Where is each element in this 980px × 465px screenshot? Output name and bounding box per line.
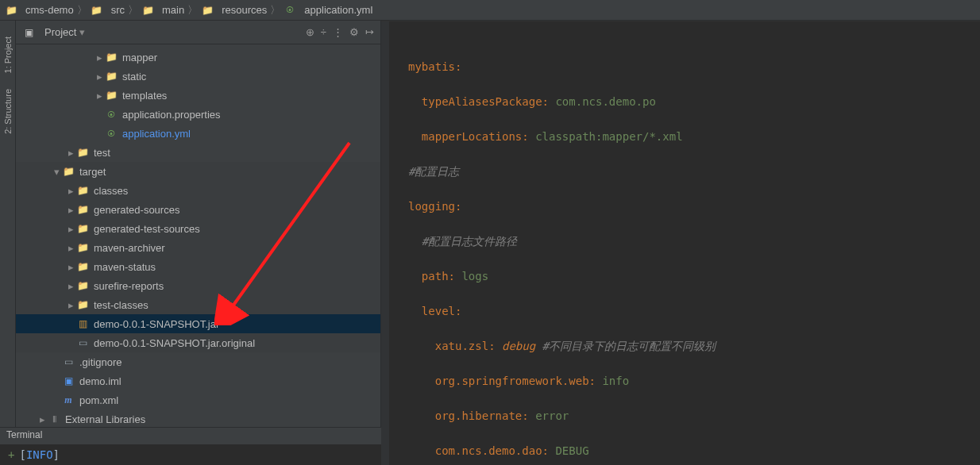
tree-row[interactable]: demo-0.0.1-SNAPSHOT.jar.original <box>16 333 380 352</box>
tree-label: templates <box>122 90 167 102</box>
folder-icon <box>5 4 17 17</box>
hide-icon[interactable]: ↦ <box>365 26 374 38</box>
tree-toggle-icon[interactable] <box>65 280 76 292</box>
tree-row[interactable]: surefire-reports <box>16 276 380 295</box>
tree-label: static <box>122 71 146 83</box>
tree-row[interactable]: templates <box>16 86 380 105</box>
tree-row[interactable]: maven-archiver <box>16 238 380 257</box>
tree-toggle-icon[interactable] <box>65 261 76 273</box>
tree-row[interactable]: demo-0.0.1-SNAPSHOT.jar <box>16 314 380 333</box>
locate-icon[interactable]: ⊕ <box>306 26 314 38</box>
crumb-main[interactable]: main <box>141 4 184 17</box>
tree-label: test <box>94 147 110 159</box>
folder-icon <box>105 89 118 102</box>
tree-toggle-icon[interactable] <box>65 242 76 254</box>
m-icon <box>62 394 75 406</box>
tree-row[interactable]: test <box>16 143 380 162</box>
tree-toggle-icon[interactable] <box>94 52 105 63</box>
code-editor[interactable]: mybatis: typeAliasesPackage: com.ncs.dem… <box>381 21 980 465</box>
yml-icon <box>105 127 118 140</box>
folder-icon <box>62 165 75 178</box>
jar-icon <box>76 317 89 330</box>
tree-toggle-icon[interactable] <box>51 166 62 178</box>
project-icon: ▣ <box>22 26 35 39</box>
terminal-text: ] <box>53 448 60 461</box>
tree-row[interactable]: generated-test-sources <box>16 219 380 238</box>
yml-icon <box>105 108 118 121</box>
tree-label: pom.xml <box>79 394 118 406</box>
editor-area: application.yml×AffairRemind.java×BirthP… <box>381 21 980 427</box>
tree-label: maven-archiver <box>94 242 165 254</box>
rail-structure[interactable]: 2: Structure <box>3 89 13 134</box>
tree-toggle-icon[interactable] <box>65 204 76 216</box>
tree-toggle-icon[interactable] <box>65 185 76 197</box>
folder-icon <box>201 4 214 17</box>
project-view-dropdown[interactable]: Project <box>44 26 85 38</box>
project-tree[interactable]: mapperstatictemplatesapplication.propert… <box>16 44 380 427</box>
tree-row[interactable]: generated-sources <box>16 200 380 219</box>
crumb-file[interactable]: application.yml <box>284 4 372 17</box>
chevron-right-icon: 〉 <box>187 3 198 17</box>
gear-icon[interactable]: ⋮ <box>333 26 343 38</box>
iml-icon <box>62 375 75 387</box>
tree-label: application.yml <box>122 128 191 140</box>
tree-label: External Libraries <box>65 413 145 425</box>
folder-icon <box>76 146 89 159</box>
chevron-right-icon: 〉 <box>128 3 138 17</box>
folder-icon <box>76 279 89 292</box>
crumb-resources[interactable]: resources <box>201 4 267 17</box>
folder-icon <box>76 241 89 254</box>
tree-row[interactable]: mapper <box>16 48 380 67</box>
crumb-src[interactable]: src <box>91 4 125 17</box>
tree-row[interactable]: classes <box>16 181 380 200</box>
tree-toggle-icon[interactable] <box>37 413 48 425</box>
tree-label: surefire-reports <box>94 280 164 292</box>
tree-label: .gitignore <box>79 356 122 368</box>
tree-toggle-icon[interactable] <box>94 90 105 102</box>
tree-label: application.properties <box>122 109 221 121</box>
tree-label: demo-0.0.1-SNAPSHOT.jar <box>94 318 219 330</box>
tree-label: demo.iml <box>79 375 122 387</box>
tree-label: maven-status <box>94 261 156 273</box>
tree-row[interactable]: application.properties <box>16 105 380 124</box>
tool-rail: 1: Project 2: Structure <box>0 21 16 427</box>
folder-icon <box>76 184 89 197</box>
yml-icon <box>284 4 296 17</box>
tree-row[interactable]: application.yml <box>16 124 380 143</box>
tree-label: target <box>79 166 106 178</box>
chevron-right-icon: 〉 <box>270 3 280 17</box>
tree-row[interactable]: static <box>16 67 380 86</box>
tree-label: demo-0.0.1-SNAPSHOT.jar.original <box>94 337 255 349</box>
project-panel: ▣ Project ⊕ ÷ ⋮ ⚙ ↦ mapperstatictemplate… <box>16 21 381 427</box>
tree-row[interactable]: pom.xml <box>16 390 380 409</box>
tree-row[interactable]: .gitignore <box>16 352 380 371</box>
tree-row[interactable]: maven-status <box>16 257 380 276</box>
settings-icon[interactable]: ⚙ <box>349 26 359 38</box>
folder-icon <box>105 70 118 83</box>
tree-row[interactable]: target <box>16 162 380 181</box>
crumb-cms-demo[interactable]: cms-demo <box>5 4 74 17</box>
folder-icon <box>141 4 154 17</box>
project-header: ▣ Project ⊕ ÷ ⋮ ⚙ ↦ <box>16 21 380 44</box>
tree-label: mapper <box>122 52 157 63</box>
main-area: 1: Project 2: Structure ▣ Project ⊕ ÷ ⋮ … <box>0 21 980 427</box>
chevron-right-icon: 〉 <box>77 3 87 17</box>
tree-row[interactable]: External Libraries <box>16 409 380 427</box>
collapse-all-icon[interactable]: ÷ <box>321 26 326 38</box>
folder-icon <box>76 260 89 273</box>
folder-icon <box>76 203 89 216</box>
folder-icon <box>76 298 89 311</box>
tree-toggle-icon[interactable] <box>65 147 76 159</box>
tree-toggle-icon[interactable] <box>65 223 76 235</box>
tree-toggle-icon[interactable] <box>65 299 76 311</box>
tree-row[interactable]: demo.iml <box>16 371 380 390</box>
tree-label: test-classes <box>94 299 149 311</box>
tree-row[interactable]: test-classes <box>16 295 380 314</box>
rail-project[interactable]: 1: Project <box>3 37 13 73</box>
terminal-info: INFO <box>26 448 53 461</box>
terminal-add-icon[interactable]: + <box>8 448 14 461</box>
file-icon <box>76 336 89 349</box>
folder-icon <box>76 222 89 235</box>
tree-label: classes <box>94 185 128 197</box>
tree-toggle-icon[interactable] <box>94 71 105 83</box>
